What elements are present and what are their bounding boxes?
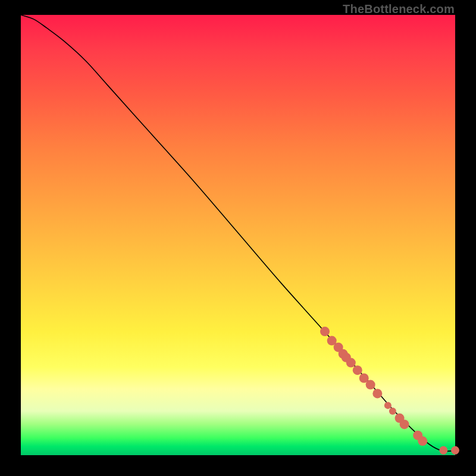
marker-dot xyxy=(400,419,409,429)
marker-dot xyxy=(439,446,447,455)
marker-dot xyxy=(372,389,382,398)
line-series xyxy=(21,15,455,451)
marker-dot xyxy=(384,402,392,409)
plot-area xyxy=(21,15,455,455)
chart-overlay xyxy=(21,15,455,455)
chart-stage: TheBottleneck.com xyxy=(0,0,476,476)
marker-dot xyxy=(346,358,356,368)
marker-dot xyxy=(366,380,375,390)
marker-dot xyxy=(389,408,396,415)
watermark-text: TheBottleneck.com xyxy=(343,2,455,16)
marker-dot xyxy=(320,327,330,336)
marker-dot xyxy=(451,446,459,455)
marker-dot xyxy=(353,365,362,375)
marker-group xyxy=(320,327,459,455)
marker-dot xyxy=(418,436,427,446)
